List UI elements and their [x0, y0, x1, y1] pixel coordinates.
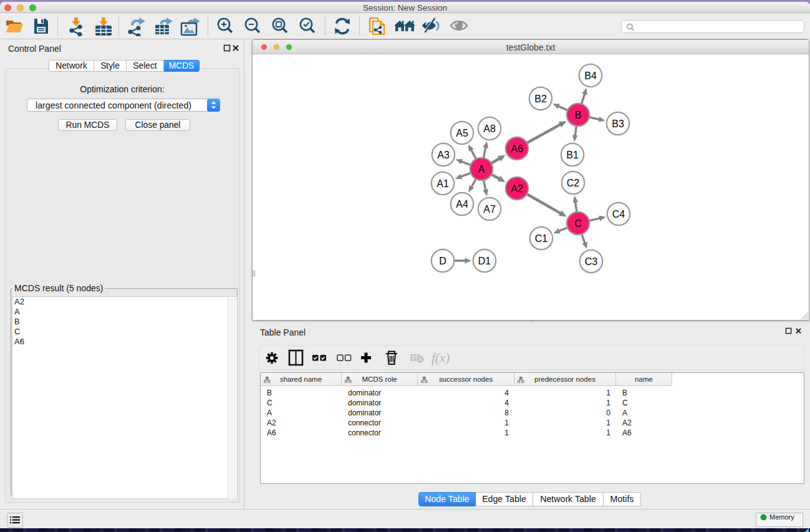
- svg-text:A8: A8: [483, 123, 496, 134]
- svg-text:B1: B1: [566, 150, 579, 160]
- svg-text:B3: B3: [612, 118, 624, 129]
- svg-text:A3: A3: [437, 150, 450, 160]
- svg-text:A1: A1: [436, 178, 449, 189]
- svg-text:B: B: [575, 110, 582, 120]
- svg-text:A6: A6: [511, 143, 523, 154]
- svg-text:C3: C3: [585, 256, 598, 267]
- svg-text:B2: B2: [534, 94, 547, 104]
- svg-text:C: C: [574, 218, 582, 229]
- svg-text:A2: A2: [511, 183, 523, 194]
- svg-text:C2: C2: [567, 178, 580, 188]
- svg-text:A5: A5: [456, 128, 468, 138]
- svg-text:f(x): f(x): [432, 351, 450, 365]
- svg-text:C1: C1: [535, 233, 548, 244]
- svg-text:B4: B4: [584, 70, 597, 81]
- svg-text:A7: A7: [483, 204, 496, 215]
- svg-text:A: A: [478, 164, 485, 175]
- svg-text:D1: D1: [478, 256, 491, 266]
- svg-text:A4: A4: [456, 199, 468, 210]
- svg-text:C4: C4: [612, 209, 625, 220]
- svg-text:D: D: [439, 256, 446, 266]
